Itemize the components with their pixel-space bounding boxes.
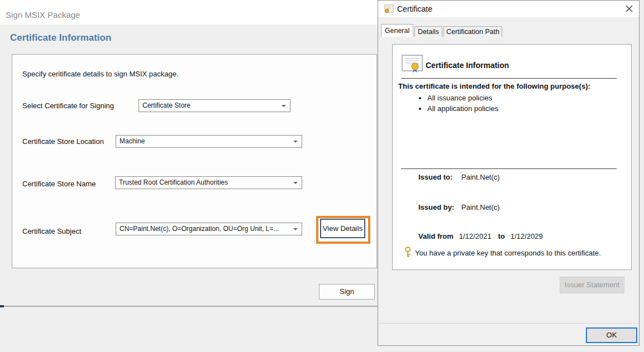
label-certificate-subject: Certificate Subject (22, 227, 82, 235)
valid-from-date: 1/12/2021 (459, 232, 492, 240)
certificate-icon (384, 4, 394, 13)
store-location-dropdown[interactable]: Machine (116, 135, 302, 148)
divider (401, 78, 617, 79)
label-store-name: Certificate Store Name (22, 180, 96, 188)
tab-certification-path[interactable]: Certification Path (443, 26, 502, 37)
tab-general[interactable]: General (381, 24, 413, 37)
left-window-divider-accent (0, 305, 4, 307)
close-icon (626, 5, 633, 12)
divider (401, 168, 617, 169)
private-key-note: You have a private key that corresponds … (415, 249, 601, 257)
dropdown-value: Machine (120, 137, 145, 145)
certificate-dialog: Certificate General Details Certificatio… (378, 0, 640, 346)
dialog-footer-divider (379, 323, 638, 324)
general-tab-pane: Certificate Information This certificate… (392, 44, 632, 270)
form-description: Specify ceritificate details to sign MSI… (22, 70, 179, 78)
issued-to-label: Issued to: (418, 173, 452, 181)
ok-button[interactable]: OK (586, 327, 637, 343)
dialog-title: Certificate (397, 4, 432, 13)
valid-to-date: 1/12/2029 (511, 232, 543, 240)
certificate-source-dropdown[interactable]: Certificate Store (139, 99, 290, 112)
sign-button[interactable]: Sign (319, 284, 375, 300)
chevron-down-icon (282, 105, 286, 107)
list-item: All issuance policies (427, 93, 498, 103)
issuer-statement-button[interactable]: Issuer Statement (560, 277, 624, 293)
tab-details[interactable]: Details (414, 26, 442, 37)
label-select-certificate: Select Certificate for Signing (22, 102, 114, 110)
left-window-title: Sign MSIX Package (6, 10, 80, 20)
issued-by-value: Paint.Net(c) (461, 203, 500, 211)
page-title: Certificate Information (10, 32, 111, 44)
chevron-down-icon (293, 228, 298, 230)
left-window-divider (0, 306, 378, 307)
chevron-down-icon (293, 141, 298, 143)
dialog-titlebar: Certificate (378, 1, 639, 17)
store-name-dropdown[interactable]: Trusted Root Certification Authorities (115, 176, 302, 189)
issued-to-value: Paint.Net(c) (461, 173, 500, 181)
private-key-icon (404, 247, 412, 257)
certificate-large-icon (402, 55, 423, 73)
view-details-button[interactable]: View Details (320, 219, 365, 238)
validity-row: Valid from1/12/2021to1/12/2029 (418, 232, 543, 240)
certificate-subject-dropdown[interactable]: CN=Paint.Net(c), O=Organization, OU=Org … (116, 223, 302, 235)
purpose-list: All issuance policies All application po… (427, 93, 498, 114)
list-item: All application policies (427, 103, 498, 114)
dropdown-value: Certificate Store (142, 102, 190, 109)
valid-from-label: Valid from (418, 232, 454, 240)
certificate-information-heading: Certificate Information (426, 61, 509, 70)
dropdown-value: CN=Paint.Net(c), O=Organization, OU=Org … (120, 225, 279, 233)
purposes-heading: This certificate is intended for the fol… (398, 82, 590, 90)
valid-to-label: to (498, 232, 505, 240)
issued-by-label: Issued by: (418, 203, 454, 211)
dropdown-value: Trusted Root Certification Authorities (119, 179, 228, 186)
chevron-down-icon (293, 182, 298, 184)
label-store-location: Certificate Store Location (22, 137, 104, 146)
close-button[interactable] (619, 1, 639, 17)
